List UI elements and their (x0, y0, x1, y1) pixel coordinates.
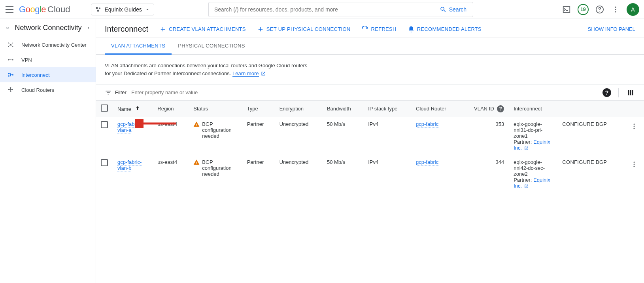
action-label: REFRESH (371, 26, 397, 32)
svg-point-32 (634, 166, 635, 167)
create-vlan-button[interactable]: CREATE VLAN ATTACHMENTS (159, 26, 246, 33)
content: Network Connectivity Network Connectivit… (0, 19, 644, 283)
network-connectivity-icon (6, 24, 9, 32)
sort-asc-icon (135, 105, 140, 111)
row-menu-icon[interactable] (629, 159, 639, 171)
top-right-controls: 19 A (562, 3, 639, 16)
row-menu-icon[interactable] (629, 121, 639, 133)
svg-point-12 (8, 28, 9, 29)
col-router[interactable]: Cloud Router (411, 101, 460, 117)
cell-interconnect-name: eqix-google-nni42-dc-sec-zone2 (514, 159, 553, 177)
table-row: gcp-fabric-vlan-b us-east4 BGP configura… (96, 155, 644, 193)
sidebar-item-cloud-routers[interactable]: Cloud Routers (0, 82, 96, 97)
help-icon[interactable] (595, 5, 604, 14)
col-name[interactable]: Name (113, 101, 153, 117)
description-text: VLAN attachments are connections between… (96, 55, 397, 84)
tab-vlan-attachments[interactable]: VLAN ATTACHMENTS (105, 38, 172, 55)
learn-more-link[interactable]: Learn more (232, 70, 259, 77)
svg-point-27 (634, 123, 635, 125)
top-bar: Google Cloud Equinix Guides Search 19 A (0, 0, 644, 19)
external-link-icon (524, 184, 529, 188)
col-vlanid[interactable]: VLAN ID ? (460, 101, 509, 117)
show-info-panel-button[interactable]: SHOW INFO PANEL (588, 26, 635, 32)
table-row: gcp-fabric-vlan-a us-east4 BGP configura… (96, 117, 644, 155)
filter-bar: Filter ? (96, 84, 644, 101)
sidebar-item-label: VPN (21, 57, 32, 63)
cell-type: Partner (242, 117, 275, 155)
tab-physical-connections[interactable]: PHYSICAL CONNECTIONS (172, 38, 251, 54)
column-selector-icon[interactable] (626, 88, 635, 97)
search-bar: Search (208, 2, 473, 17)
svg-point-18 (8, 59, 9, 61)
svg-rect-23 (628, 90, 629, 95)
svg-point-9 (6, 27, 7, 28)
search-button-label: Search (449, 6, 466, 13)
cloud-shell-icon[interactable] (562, 5, 571, 14)
project-selector[interactable]: Equinix Guides (91, 4, 154, 15)
svg-point-4 (599, 11, 600, 11)
cell-region: us-east4 (153, 155, 189, 193)
setup-physical-button[interactable]: SET UP PHYSICAL CONNECTION (257, 26, 351, 33)
logo-cloud-text: Cloud (47, 4, 70, 15)
cell-status: BGP configuration needed (202, 159, 237, 177)
cell-region: us-east4 (153, 117, 189, 155)
row-checkbox[interactable] (101, 159, 108, 166)
svg-rect-21 (8, 76, 9, 77)
row-checkbox[interactable] (101, 121, 108, 128)
configure-bgp-button[interactable]: CONFIGURE BGP (562, 121, 607, 127)
tabs: VLAN ATTACHMENTS PHYSICAL CONNECTIONS (96, 38, 644, 55)
more-icon[interactable] (611, 5, 620, 14)
cell-vlanid: 353 (460, 117, 509, 155)
svg-point-0 (96, 7, 98, 9)
vlan-table: Name Region Status Type Encryption Bandw… (96, 101, 644, 193)
svg-point-6 (615, 9, 616, 10)
cell-interconnect-name: eqix-google-nni31-dc-pri-zone1 (514, 121, 553, 139)
filter-input[interactable] (127, 87, 635, 98)
vlan-name-link[interactable]: gcp-fabric-vlan-b (117, 159, 142, 171)
col-type[interactable]: Type (242, 101, 275, 117)
cell-bandwidth: 50 Mb/s (322, 117, 363, 155)
cloud-router-link[interactable]: gcp-fabric (416, 121, 438, 127)
svg-rect-22 (12, 74, 13, 76)
divider (618, 88, 619, 97)
search-input[interactable] (208, 2, 433, 17)
cell-type: Partner (242, 155, 275, 193)
col-interconnect[interactable]: Interconnect (509, 101, 557, 117)
menu-icon[interactable] (5, 5, 14, 14)
select-all-checkbox[interactable] (101, 104, 108, 112)
vlan-name-link[interactable]: gcp-fabric-vlan-a (117, 121, 142, 133)
filter-help-icon[interactable]: ? (602, 88, 611, 97)
svg-point-31 (634, 164, 635, 165)
svg-point-7 (615, 11, 616, 12)
action-label: RECOMMENDED ALERTS (417, 26, 482, 32)
refresh-button[interactable]: REFRESH (362, 26, 397, 33)
logo[interactable]: Google Cloud (19, 4, 70, 15)
account-avatar[interactable]: A (627, 3, 639, 16)
svg-rect-25 (632, 90, 633, 95)
col-region[interactable]: Region (153, 101, 189, 117)
svg-point-11 (6, 28, 7, 29)
cell-bandwidth: 50 Mb/s (322, 155, 363, 193)
cloud-router-link[interactable]: gcp-fabric (416, 159, 438, 165)
col-bandwidth[interactable]: Bandwidth (322, 101, 363, 117)
recommended-alerts-button[interactable]: RECOMMENDED ALERTS (408, 26, 482, 33)
trial-days-badge[interactable]: 19 (578, 4, 589, 15)
sidebar-item-vpn[interactable]: VPN (0, 52, 96, 67)
col-status[interactable]: Status (189, 101, 242, 117)
col-encryption[interactable]: Encryption (275, 101, 322, 117)
search-button[interactable]: Search (433, 2, 473, 17)
cell-ipstack: IPv4 (363, 117, 411, 155)
cell-vlanid: 344 (460, 155, 509, 193)
cell-encryption: Unencrypted (275, 155, 322, 193)
main: Interconnect CREATE VLAN ATTACHMENTS SET… (96, 19, 644, 283)
sidebar-item-interconnect[interactable]: Interconnect (0, 67, 96, 82)
page-header: Interconnect CREATE VLAN ATTACHMENTS SET… (96, 19, 644, 38)
sidebar-item-ncc[interactable]: Network Connectivity Center (0, 37, 96, 52)
svg-point-1 (99, 8, 100, 9)
configure-bgp-button[interactable]: CONFIGURE BGP (562, 159, 607, 165)
col-ipstack[interactable]: IP stack type (363, 101, 411, 117)
svg-point-2 (97, 9, 99, 11)
vlanid-help-icon[interactable]: ? (497, 105, 504, 112)
sidebar-header: Network Connectivity (0, 19, 96, 37)
pin-icon[interactable] (87, 25, 90, 31)
